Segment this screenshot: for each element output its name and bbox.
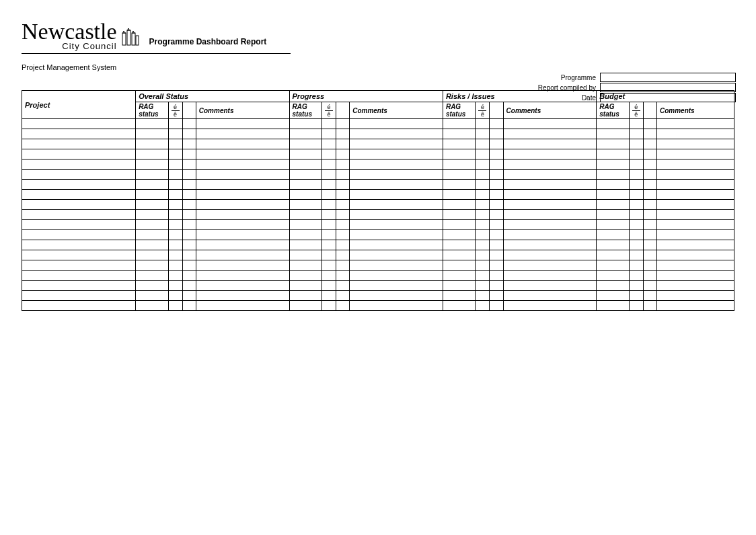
cell[interactable] [168, 159, 182, 170]
cell[interactable] [503, 250, 597, 260]
cell[interactable] [168, 271, 182, 281]
cell[interactable] [490, 159, 503, 170]
cell[interactable] [490, 301, 503, 311]
cell[interactable] [443, 180, 475, 190]
cell[interactable] [336, 139, 350, 149]
cell[interactable] [322, 190, 336, 200]
cell[interactable] [503, 159, 597, 170]
cell[interactable] [597, 170, 629, 180]
cell[interactable] [322, 271, 336, 281]
cell[interactable] [643, 149, 656, 159]
cell[interactable] [289, 170, 322, 180]
cell[interactable] [289, 291, 322, 301]
cell[interactable] [22, 301, 136, 311]
cell[interactable] [22, 149, 136, 159]
cell[interactable] [656, 170, 734, 180]
cell[interactable] [350, 230, 443, 240]
cell[interactable] [336, 250, 350, 260]
cell[interactable] [443, 271, 475, 281]
cell[interactable] [350, 200, 443, 210]
cell[interactable] [289, 281, 322, 291]
cell[interactable] [136, 190, 168, 200]
cell[interactable] [322, 180, 336, 190]
cell[interactable] [336, 230, 350, 240]
cell[interactable] [476, 139, 490, 149]
cell[interactable] [629, 119, 643, 129]
cell[interactable] [476, 190, 490, 200]
cell[interactable] [350, 170, 443, 180]
cell[interactable] [443, 149, 475, 159]
cell[interactable] [503, 301, 597, 311]
cell[interactable] [656, 139, 734, 149]
cell[interactable] [350, 271, 443, 281]
cell[interactable] [196, 190, 289, 200]
cell[interactable] [443, 129, 475, 139]
cell[interactable] [629, 220, 643, 230]
cell[interactable] [182, 200, 196, 210]
cell[interactable] [136, 220, 168, 230]
cell[interactable] [289, 200, 322, 210]
cell[interactable] [443, 281, 475, 291]
cell[interactable] [643, 119, 656, 129]
cell[interactable] [656, 281, 734, 291]
cell[interactable] [476, 220, 490, 230]
cell[interactable] [476, 180, 490, 190]
cell[interactable] [196, 200, 289, 210]
cell[interactable] [503, 271, 597, 281]
cell[interactable] [503, 129, 597, 139]
cell[interactable] [350, 119, 443, 129]
cell[interactable] [629, 190, 643, 200]
cell[interactable] [136, 159, 168, 170]
cell[interactable] [322, 119, 336, 129]
cell[interactable] [476, 210, 490, 220]
cell[interactable] [182, 129, 196, 139]
cell[interactable] [629, 200, 643, 210]
cell[interactable] [22, 220, 136, 230]
cell[interactable] [656, 159, 734, 170]
cell[interactable] [350, 301, 443, 311]
cell[interactable] [443, 240, 475, 250]
cell[interactable] [168, 149, 182, 159]
cell[interactable] [168, 291, 182, 301]
cell[interactable] [182, 281, 196, 291]
cell[interactable] [643, 139, 656, 149]
cell[interactable] [597, 129, 629, 139]
cell[interactable] [196, 281, 289, 291]
cell[interactable] [443, 291, 475, 301]
cell[interactable] [503, 291, 597, 301]
cell[interactable] [136, 301, 168, 311]
cell[interactable] [490, 281, 503, 291]
cell[interactable] [182, 240, 196, 250]
cell[interactable] [656, 220, 734, 230]
cell[interactable] [196, 170, 289, 180]
cell[interactable] [350, 281, 443, 291]
cell[interactable] [629, 281, 643, 291]
cell[interactable] [597, 159, 629, 170]
cell[interactable] [643, 271, 656, 281]
cell[interactable] [22, 129, 136, 139]
cell[interactable] [182, 119, 196, 129]
cell[interactable] [350, 149, 443, 159]
cell[interactable] [476, 281, 490, 291]
cell[interactable] [182, 220, 196, 230]
cell[interactable] [336, 271, 350, 281]
cell[interactable] [336, 281, 350, 291]
cell[interactable] [196, 159, 289, 170]
cell[interactable] [643, 210, 656, 220]
cell[interactable] [503, 149, 597, 159]
cell[interactable] [336, 210, 350, 220]
cell[interactable] [597, 301, 629, 311]
cell[interactable] [168, 281, 182, 291]
cell[interactable] [136, 170, 168, 180]
cell[interactable] [597, 240, 629, 250]
cell[interactable] [629, 129, 643, 139]
cell[interactable] [629, 210, 643, 220]
cell[interactable] [136, 139, 168, 149]
cell[interactable] [336, 220, 350, 230]
cell[interactable] [289, 119, 322, 129]
cell[interactable] [22, 139, 136, 149]
cell[interactable] [503, 240, 597, 250]
cell[interactable] [196, 240, 289, 250]
cell[interactable] [490, 271, 503, 281]
cell[interactable] [503, 139, 597, 149]
